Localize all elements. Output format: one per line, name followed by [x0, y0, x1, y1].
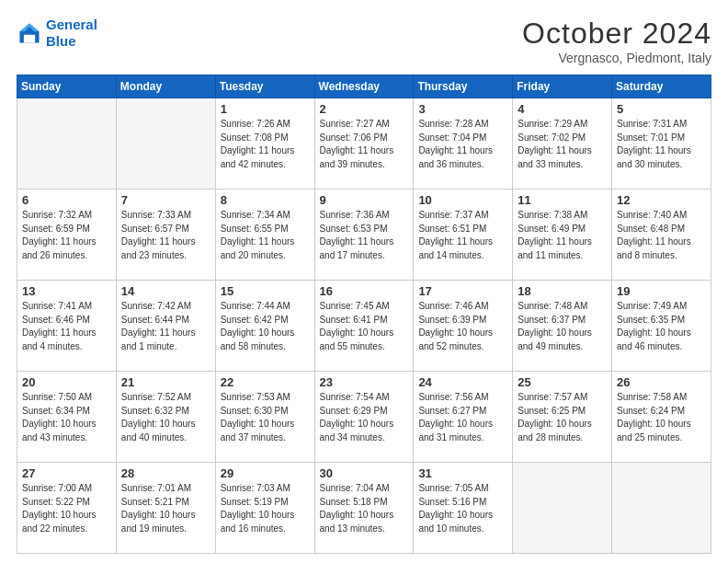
day-number: 3 — [418, 102, 507, 116]
day-number: 20 — [22, 375, 111, 389]
calendar-cell: 19Sunrise: 7:49 AM Sunset: 6:35 PM Dayli… — [612, 281, 711, 372]
calendar-week-2: 6Sunrise: 7:32 AM Sunset: 6:59 PM Daylig… — [17, 190, 711, 281]
day-info: Sunrise: 7:53 AM Sunset: 6:30 PM Dayligh… — [221, 391, 310, 444]
calendar-cell: 10Sunrise: 7:37 AM Sunset: 6:51 PM Dayli… — [414, 190, 513, 281]
header: General Blue October 2024 Vergnasco, Pie… — [17, 17, 711, 65]
day-info: Sunrise: 7:27 AM Sunset: 7:06 PM Dayligh… — [320, 118, 409, 171]
col-header-wednesday: Wednesday — [314, 75, 414, 98]
day-info: Sunrise: 7:32 AM Sunset: 6:59 PM Dayligh… — [22, 209, 111, 262]
calendar-cell: 12Sunrise: 7:40 AM Sunset: 6:48 PM Dayli… — [612, 190, 711, 281]
calendar-cell: 24Sunrise: 7:56 AM Sunset: 6:27 PM Dayli… — [414, 372, 513, 463]
calendar-cell: 30Sunrise: 7:04 AM Sunset: 5:18 PM Dayli… — [314, 463, 414, 554]
logo-text: General Blue — [46, 17, 97, 50]
day-info: Sunrise: 7:03 AM Sunset: 5:19 PM Dayligh… — [221, 482, 310, 535]
day-number: 2 — [320, 102, 409, 116]
day-number: 17 — [418, 284, 507, 298]
day-number: 10 — [418, 193, 507, 207]
day-info: Sunrise: 7:44 AM Sunset: 6:42 PM Dayligh… — [221, 300, 310, 353]
day-number: 9 — [320, 193, 409, 207]
day-info: Sunrise: 7:56 AM Sunset: 6:27 PM Dayligh… — [418, 391, 507, 444]
day-info: Sunrise: 7:52 AM Sunset: 6:32 PM Dayligh… — [121, 391, 210, 444]
calendar-cell: 13Sunrise: 7:41 AM Sunset: 6:46 PM Dayli… — [17, 281, 117, 372]
day-number: 18 — [518, 284, 607, 298]
day-number: 1 — [221, 102, 310, 116]
day-info: Sunrise: 7:37 AM Sunset: 6:51 PM Dayligh… — [418, 209, 507, 262]
calendar-cell — [612, 463, 711, 554]
day-number: 7 — [121, 193, 210, 207]
day-number: 31 — [418, 466, 507, 480]
col-header-sunday: Sunday — [17, 75, 117, 98]
day-number: 14 — [121, 284, 210, 298]
calendar-cell: 28Sunrise: 7:01 AM Sunset: 5:21 PM Dayli… — [116, 463, 215, 554]
day-info: Sunrise: 7:54 AM Sunset: 6:29 PM Dayligh… — [320, 391, 409, 444]
calendar-cell: 5Sunrise: 7:31 AM Sunset: 7:01 PM Daylig… — [612, 98, 711, 190]
day-number: 28 — [121, 466, 210, 480]
day-info: Sunrise: 7:40 AM Sunset: 6:48 PM Dayligh… — [617, 209, 706, 262]
calendar-week-3: 13Sunrise: 7:41 AM Sunset: 6:46 PM Dayli… — [17, 281, 711, 372]
day-info: Sunrise: 7:31 AM Sunset: 7:01 PM Dayligh… — [617, 118, 706, 171]
day-number: 24 — [418, 375, 507, 389]
day-number: 29 — [221, 466, 310, 480]
logo: General Blue — [17, 17, 97, 50]
calendar-cell: 23Sunrise: 7:54 AM Sunset: 6:29 PM Dayli… — [314, 372, 414, 463]
day-info: Sunrise: 7:05 AM Sunset: 5:16 PM Dayligh… — [418, 482, 507, 535]
day-number: 22 — [221, 375, 310, 389]
day-info: Sunrise: 7:48 AM Sunset: 6:37 PM Dayligh… — [518, 300, 607, 353]
calendar-cell: 26Sunrise: 7:58 AM Sunset: 6:24 PM Dayli… — [612, 372, 711, 463]
calendar-cell: 15Sunrise: 7:44 AM Sunset: 6:42 PM Dayli… — [215, 281, 314, 372]
day-info: Sunrise: 7:29 AM Sunset: 7:02 PM Dayligh… — [518, 118, 607, 171]
col-header-monday: Monday — [116, 75, 215, 98]
day-info: Sunrise: 7:41 AM Sunset: 6:46 PM Dayligh… — [22, 300, 111, 353]
day-info: Sunrise: 7:50 AM Sunset: 6:34 PM Dayligh… — [22, 391, 111, 444]
day-number: 6 — [22, 193, 111, 207]
col-header-saturday: Saturday — [612, 75, 711, 98]
day-info: Sunrise: 7:49 AM Sunset: 6:35 PM Dayligh… — [617, 300, 706, 353]
calendar-cell: 3Sunrise: 7:28 AM Sunset: 7:04 PM Daylig… — [414, 98, 513, 190]
calendar-cell: 11Sunrise: 7:38 AM Sunset: 6:49 PM Dayli… — [513, 190, 612, 281]
calendar-week-5: 27Sunrise: 7:00 AM Sunset: 5:22 PM Dayli… — [17, 463, 711, 554]
day-info: Sunrise: 7:36 AM Sunset: 6:53 PM Dayligh… — [320, 209, 409, 262]
day-info: Sunrise: 7:58 AM Sunset: 6:24 PM Dayligh… — [617, 391, 706, 444]
day-number: 13 — [22, 284, 111, 298]
calendar-cell: 27Sunrise: 7:00 AM Sunset: 5:22 PM Dayli… — [17, 463, 117, 554]
day-number: 15 — [221, 284, 310, 298]
calendar-cell — [513, 463, 612, 554]
calendar-cell: 2Sunrise: 7:27 AM Sunset: 7:06 PM Daylig… — [314, 98, 414, 190]
calendar-cell: 9Sunrise: 7:36 AM Sunset: 6:53 PM Daylig… — [314, 190, 414, 281]
day-number: 5 — [617, 102, 706, 116]
calendar-table: SundayMondayTuesdayWednesdayThursdayFrid… — [17, 75, 711, 554]
day-number: 27 — [22, 466, 111, 480]
day-number: 8 — [221, 193, 310, 207]
calendar-cell: 18Sunrise: 7:48 AM Sunset: 6:37 PM Dayli… — [513, 281, 612, 372]
calendar-cell — [116, 98, 215, 190]
calendar-cell: 29Sunrise: 7:03 AM Sunset: 5:19 PM Dayli… — [215, 463, 314, 554]
day-info: Sunrise: 7:42 AM Sunset: 6:44 PM Dayligh… — [121, 300, 210, 353]
day-number: 21 — [121, 375, 210, 389]
col-header-friday: Friday — [513, 75, 612, 98]
day-number: 23 — [320, 375, 409, 389]
col-header-tuesday: Tuesday — [215, 75, 314, 98]
day-info: Sunrise: 7:34 AM Sunset: 6:55 PM Dayligh… — [221, 209, 310, 262]
day-info: Sunrise: 7:28 AM Sunset: 7:04 PM Dayligh… — [418, 118, 507, 171]
calendar-cell: 17Sunrise: 7:46 AM Sunset: 6:39 PM Dayli… — [414, 281, 513, 372]
calendar-week-4: 20Sunrise: 7:50 AM Sunset: 6:34 PM Dayli… — [17, 372, 711, 463]
day-number: 25 — [518, 375, 607, 389]
logo-icon — [17, 20, 42, 46]
calendar-cell: 22Sunrise: 7:53 AM Sunset: 6:30 PM Dayli… — [215, 372, 314, 463]
calendar-header-row: SundayMondayTuesdayWednesdayThursdayFrid… — [17, 75, 711, 98]
calendar-cell: 25Sunrise: 7:57 AM Sunset: 6:25 PM Dayli… — [513, 372, 612, 463]
day-number: 26 — [617, 375, 706, 389]
calendar-cell: 14Sunrise: 7:42 AM Sunset: 6:44 PM Dayli… — [116, 281, 215, 372]
calendar-cell: 31Sunrise: 7:05 AM Sunset: 5:16 PM Dayli… — [414, 463, 513, 554]
day-number: 16 — [320, 284, 409, 298]
logo-line1: General — [46, 17, 97, 32]
location: Vergnasco, Piedmont, Italy — [522, 51, 711, 65]
day-info: Sunrise: 7:33 AM Sunset: 6:57 PM Dayligh… — [121, 209, 210, 262]
calendar-cell — [17, 98, 117, 190]
calendar-cell: 7Sunrise: 7:33 AM Sunset: 6:57 PM Daylig… — [116, 190, 215, 281]
logo-line2: Blue — [46, 33, 76, 49]
day-number: 30 — [320, 466, 409, 480]
calendar-cell: 6Sunrise: 7:32 AM Sunset: 6:59 PM Daylig… — [17, 190, 117, 281]
calendar-cell: 1Sunrise: 7:26 AM Sunset: 7:08 PM Daylig… — [215, 98, 314, 190]
page: General Blue October 2024 Vergnasco, Pie… — [0, 0, 728, 563]
